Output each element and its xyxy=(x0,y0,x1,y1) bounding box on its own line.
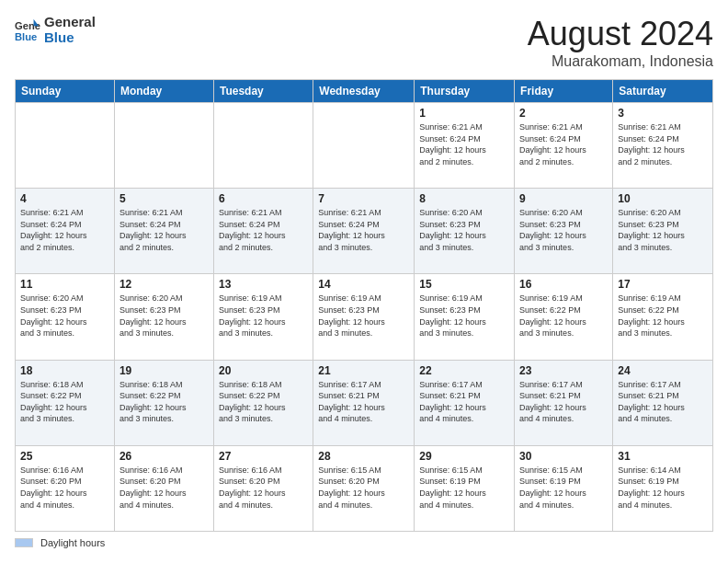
day-number: 12 xyxy=(119,278,209,291)
calendar-cell: 13Sunrise: 6:19 AMSunset: 6:23 PMDayligh… xyxy=(213,274,313,360)
calendar-week-row: 18Sunrise: 6:18 AMSunset: 6:22 PMDayligh… xyxy=(16,360,713,445)
calendar-cell: 18Sunrise: 6:18 AMSunset: 6:22 PMDayligh… xyxy=(16,360,115,445)
day-number: 2 xyxy=(519,107,608,120)
calendar-cell xyxy=(16,103,115,189)
calendar-cell: 30Sunrise: 6:15 AMSunset: 6:19 PMDayligh… xyxy=(515,445,613,531)
calendar-weekday-monday: Monday xyxy=(114,80,213,103)
day-number: 20 xyxy=(219,364,308,377)
day-number: 5 xyxy=(119,192,209,205)
day-info: Sunrise: 6:17 AMSunset: 6:21 PMDaylight:… xyxy=(519,379,608,425)
day-info: Sunrise: 6:21 AMSunset: 6:24 PMDaylight:… xyxy=(419,121,509,167)
calendar-cell: 20Sunrise: 6:18 AMSunset: 6:22 PMDayligh… xyxy=(213,360,313,445)
calendar-cell: 6Sunrise: 6:21 AMSunset: 6:24 PMDaylight… xyxy=(213,189,313,274)
day-number: 10 xyxy=(618,192,708,205)
calendar-cell: 28Sunrise: 6:15 AMSunset: 6:20 PMDayligh… xyxy=(313,445,415,531)
day-number: 21 xyxy=(318,364,409,377)
calendar-cell: 21Sunrise: 6:17 AMSunset: 6:21 PMDayligh… xyxy=(313,360,415,445)
day-number: 1 xyxy=(419,107,509,120)
calendar-cell: 10Sunrise: 6:20 AMSunset: 6:23 PMDayligh… xyxy=(613,189,713,274)
day-info: Sunrise: 6:19 AMSunset: 6:22 PMDaylight:… xyxy=(519,293,608,339)
day-info: Sunrise: 6:15 AMSunset: 6:19 PMDaylight:… xyxy=(519,465,608,511)
day-number: 13 xyxy=(219,278,308,291)
calendar-cell: 17Sunrise: 6:19 AMSunset: 6:22 PMDayligh… xyxy=(613,274,713,360)
calendar-cell: 8Sunrise: 6:20 AMSunset: 6:23 PMDaylight… xyxy=(415,189,515,274)
day-number: 3 xyxy=(618,107,708,120)
calendar-weekday-friday: Friday xyxy=(515,80,613,103)
logo: General Blue General Blue xyxy=(15,15,96,45)
month-title: August 2024 xyxy=(528,15,713,53)
day-number: 11 xyxy=(20,278,109,291)
page: General Blue General Blue August 2024 Mu… xyxy=(0,0,728,563)
calendar-cell: 15Sunrise: 6:19 AMSunset: 6:23 PMDayligh… xyxy=(415,274,515,360)
calendar-weekday-tuesday: Tuesday xyxy=(213,80,313,103)
day-info: Sunrise: 6:20 AMSunset: 6:23 PMDaylight:… xyxy=(419,207,509,253)
calendar-cell: 11Sunrise: 6:20 AMSunset: 6:23 PMDayligh… xyxy=(16,274,115,360)
day-info: Sunrise: 6:18 AMSunset: 6:22 PMDaylight:… xyxy=(119,379,209,425)
calendar-cell: 14Sunrise: 6:19 AMSunset: 6:23 PMDayligh… xyxy=(313,274,415,360)
day-info: Sunrise: 6:15 AMSunset: 6:19 PMDaylight:… xyxy=(419,465,509,511)
calendar-cell: 5Sunrise: 6:21 AMSunset: 6:24 PMDaylight… xyxy=(114,189,213,274)
calendar-cell: 3Sunrise: 6:21 AMSunset: 6:24 PMDaylight… xyxy=(613,103,713,189)
day-number: 30 xyxy=(519,450,608,463)
day-number: 26 xyxy=(119,450,209,463)
calendar-cell xyxy=(213,103,313,189)
location-subtitle: Muarakomam, Indonesia xyxy=(528,53,713,70)
logo-icon: General Blue xyxy=(15,17,40,43)
calendar-cell: 25Sunrise: 6:16 AMSunset: 6:20 PMDayligh… xyxy=(16,445,115,531)
day-info: Sunrise: 6:19 AMSunset: 6:23 PMDaylight:… xyxy=(419,293,509,339)
day-number: 4 xyxy=(20,192,109,205)
day-info: Sunrise: 6:17 AMSunset: 6:21 PMDaylight:… xyxy=(318,379,409,425)
calendar-weekday-sunday: Sunday xyxy=(16,80,115,103)
calendar-weekday-wednesday: Wednesday xyxy=(313,80,415,103)
day-number: 7 xyxy=(318,192,409,205)
day-info: Sunrise: 6:21 AMSunset: 6:24 PMDaylight:… xyxy=(20,207,109,253)
header: General Blue General Blue August 2024 Mu… xyxy=(15,15,713,70)
logo-blue: Blue xyxy=(44,30,96,46)
calendar-cell: 29Sunrise: 6:15 AMSunset: 6:19 PMDayligh… xyxy=(415,445,515,531)
day-number: 14 xyxy=(318,278,409,291)
day-info: Sunrise: 6:17 AMSunset: 6:21 PMDaylight:… xyxy=(618,379,708,425)
day-info: Sunrise: 6:15 AMSunset: 6:20 PMDaylight:… xyxy=(318,465,409,511)
calendar-cell: 4Sunrise: 6:21 AMSunset: 6:24 PMDaylight… xyxy=(16,189,115,274)
title-block: August 2024 Muarakomam, Indonesia xyxy=(528,15,713,70)
calendar-weekday-saturday: Saturday xyxy=(613,80,713,103)
day-info: Sunrise: 6:21 AMSunset: 6:24 PMDaylight:… xyxy=(618,121,708,167)
day-number: 16 xyxy=(519,278,608,291)
day-number: 24 xyxy=(618,364,708,377)
calendar-cell xyxy=(114,103,213,189)
calendar-cell: 27Sunrise: 6:16 AMSunset: 6:20 PMDayligh… xyxy=(213,445,313,531)
day-number: 18 xyxy=(20,364,109,377)
legend-color-box xyxy=(15,538,33,547)
day-number: 19 xyxy=(119,364,209,377)
day-info: Sunrise: 6:17 AMSunset: 6:21 PMDaylight:… xyxy=(419,379,509,425)
day-info: Sunrise: 6:20 AMSunset: 6:23 PMDaylight:… xyxy=(618,207,708,253)
day-number: 23 xyxy=(519,364,608,377)
svg-text:Blue: Blue xyxy=(15,31,37,42)
logo-general: General xyxy=(44,15,96,30)
day-info: Sunrise: 6:20 AMSunset: 6:23 PMDaylight:… xyxy=(20,293,109,339)
calendar-cell: 9Sunrise: 6:20 AMSunset: 6:23 PMDaylight… xyxy=(515,189,613,274)
day-info: Sunrise: 6:21 AMSunset: 6:24 PMDaylight:… xyxy=(219,207,308,253)
day-number: 15 xyxy=(419,278,509,291)
day-info: Sunrise: 6:19 AMSunset: 6:22 PMDaylight:… xyxy=(618,293,708,339)
day-info: Sunrise: 6:14 AMSunset: 6:19 PMDaylight:… xyxy=(618,465,708,511)
day-number: 8 xyxy=(419,192,509,205)
calendar-cell: 24Sunrise: 6:17 AMSunset: 6:21 PMDayligh… xyxy=(613,360,713,445)
day-info: Sunrise: 6:21 AMSunset: 6:24 PMDaylight:… xyxy=(318,207,409,253)
day-number: 25 xyxy=(20,450,109,463)
calendar-cell: 23Sunrise: 6:17 AMSunset: 6:21 PMDayligh… xyxy=(515,360,613,445)
day-info: Sunrise: 6:21 AMSunset: 6:24 PMDaylight:… xyxy=(519,121,608,167)
day-number: 27 xyxy=(219,450,308,463)
day-info: Sunrise: 6:21 AMSunset: 6:24 PMDaylight:… xyxy=(119,207,209,253)
calendar-week-row: 11Sunrise: 6:20 AMSunset: 6:23 PMDayligh… xyxy=(16,274,713,360)
calendar-cell: 2Sunrise: 6:21 AMSunset: 6:24 PMDaylight… xyxy=(515,103,613,189)
legend-label: Daylight hours xyxy=(40,537,105,548)
calendar-week-row: 1Sunrise: 6:21 AMSunset: 6:24 PMDaylight… xyxy=(16,103,713,189)
day-number: 22 xyxy=(419,364,509,377)
day-number: 17 xyxy=(618,278,708,291)
day-info: Sunrise: 6:20 AMSunset: 6:23 PMDaylight:… xyxy=(119,293,209,339)
calendar-week-row: 25Sunrise: 6:16 AMSunset: 6:20 PMDayligh… xyxy=(16,445,713,531)
calendar-cell: 22Sunrise: 6:17 AMSunset: 6:21 PMDayligh… xyxy=(415,360,515,445)
day-info: Sunrise: 6:18 AMSunset: 6:22 PMDaylight:… xyxy=(20,379,109,425)
day-number: 6 xyxy=(219,192,308,205)
